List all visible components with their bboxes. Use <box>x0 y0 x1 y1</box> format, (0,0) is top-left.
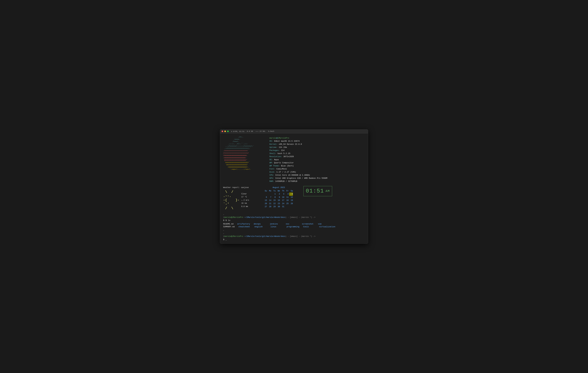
weather-section: Weather report: sanjose \ / .--. -( )- `… <box>223 186 257 210</box>
cal-today: 5 <box>289 193 293 196</box>
cal-cell: 25 <box>285 202 289 205</box>
ls-row-1: README.md artifactory devops jenkins osx… <box>223 223 365 225</box>
cal-cell: 11 <box>285 196 289 199</box>
weather-visibility: 16 km <box>241 202 249 205</box>
calendar-week-5: 27 28 29 30 31 <box>263 205 294 208</box>
cal-cell: 26 <box>289 202 293 205</box>
cal-cell: 8 <box>272 196 276 199</box>
cal-cell: 6 <box>263 196 267 199</box>
cal-header-fr: Fr <box>285 189 289 193</box>
maximize-button[interactable] <box>227 131 229 132</box>
cal-cell: 7 <box>268 196 271 199</box>
clock-section: 01:51 AM <box>304 186 332 197</box>
cal-cell: 30 <box>276 205 280 208</box>
weather-details: Clear 17 °C ↘ 2 m/s 16 km 0.0 mm <box>241 192 249 208</box>
packages-line: Packages: 214 <box>269 149 327 152</box>
cal-cell: 17 <box>281 199 284 202</box>
calendar-title: August 2023 <box>263 186 294 189</box>
cal-cell: 2 <box>276 193 280 196</box>
cal-header-th: Th <box>281 189 284 193</box>
cal-cell: 28 <box>268 205 271 208</box>
cal-cell: 13 <box>263 199 267 202</box>
cal-cell: 20 <box>263 202 267 205</box>
cal-cell: 23 <box>276 202 280 205</box>
cal-cell: 16 <box>276 199 280 202</box>
calendar-section: August 2023 Su Mo Tu We Th Fr Sa 1 2 3 <box>263 186 294 208</box>
ls-item-artifactory: artifactory <box>237 223 250 225</box>
cal-cell: 12 <box>289 196 293 199</box>
ls-item-tools: tools <box>303 225 315 228</box>
prompt-user-1: marslo@iMarsloPro <box>224 216 243 219</box>
disk-line: Disk: 1.1T / 2.1T (54%) <box>269 171 327 174</box>
cal-header-mo: Mo <box>268 189 271 193</box>
gpu-line: GPU: Intel UHD Graphics 630 / AMD Radeon… <box>269 177 327 180</box>
prompt-bracket-arrow-1: ⌐ <box>223 230 365 232</box>
os-line: OS: 64bit macOS 13.5 22G74 <box>269 140 327 143</box>
clock-ampm: AM <box>326 189 330 193</box>
weather-temp: 17 °C <box>241 196 249 198</box>
ls-item-jenkins: jenkins <box>270 223 282 225</box>
cal-cell: 31 <box>281 205 284 208</box>
cal-cell: 14 <box>268 199 271 202</box>
cal-header-tu: Tu <box>272 189 276 193</box>
shell-section-2: ⌐ (marslo@iMarsloPro ~/iMarslo/tools/git… <box>223 232 365 241</box>
cal-cell <box>268 193 271 196</box>
ls-item-summary: SUMMARY.md <box>223 225 235 228</box>
bottom-widgets: Weather report: sanjose \ / .--. -( )- `… <box>223 186 365 210</box>
weather-condition: Clear <box>241 192 249 196</box>
cal-cell: 15 <box>272 199 276 202</box>
calendar-week-4: 20 21 22 23 24 25 26 <box>263 202 294 205</box>
uptime-line: Uptime: 11h 15m <box>269 146 327 149</box>
cal-cell: 24 <box>281 202 284 205</box>
ls-item-virtualization: virtualization <box>319 225 335 228</box>
ls-item-screenshot: screenshot <box>302 223 314 225</box>
weather-wind: ↘ 2 m/s <box>241 199 249 202</box>
shell-line: Shell: bash 5.2.15 <box>269 152 327 155</box>
title-clock: ⊙ 8/05, 01:51 <box>231 131 244 132</box>
ls-item-english: english <box>254 225 267 228</box>
neofetch-section: -/+:. :++++. /+++/. .:-::. .+/:-``.::- .… <box>223 136 365 183</box>
shell-section-1: ⌐ (marslo@iMarsloPro ~/iMarslo/tools/git… <box>223 214 365 232</box>
title-kb: ——— 15 kB; <box>255 131 266 132</box>
calendar-week-3: 13 14 15 16 17 18 19 <box>263 199 294 202</box>
cal-cell <box>289 205 293 208</box>
cal-cell: 10 <box>281 196 284 199</box>
minimize-button[interactable] <box>224 131 226 132</box>
terminal-body: -/+:. :++++. /+++/. .:-::. .+/:-``.::- .… <box>220 133 368 244</box>
ls-item-cheatsheet: cheatsheet <box>238 225 251 228</box>
ls-item-vim: vim <box>318 223 330 225</box>
font-line: Font: ComicMono <box>269 167 327 171</box>
calendar-header: Su Mo Tu We Th Fr Sa <box>263 189 294 193</box>
ls-output: README.md artifactory devops jenkins osx… <box>223 223 365 228</box>
ram-line: RAM: 14398MiB / 32768MiB <box>269 180 327 183</box>
prompt-cmd-1: $ $ ls <box>223 219 365 222</box>
prompt-path-2: ~/iMarslo/tools/git/marslo/mbook/docs <box>244 235 285 238</box>
de-line: DE: Aqua <box>269 158 327 161</box>
cal-cell <box>285 205 289 208</box>
cal-cell: 29 <box>272 205 276 208</box>
prompt-bracket-1: ⌐ <box>223 214 365 216</box>
ls-item-linux: linux <box>271 225 283 228</box>
calendar-week-2: 6 7 8 9 10 11 12 <box>263 196 294 199</box>
weather-title: Weather report: sanjose <box>223 186 257 189</box>
cal-cell: 18 <box>285 199 289 202</box>
weather-precipitation: 0.0 mm <box>241 205 249 208</box>
ls-item-readme: README.md <box>223 223 234 225</box>
ls-item-osx: osx <box>286 223 298 225</box>
cal-cell: 4 <box>285 193 289 196</box>
title-shell: %-bash <box>268 131 274 132</box>
prompt-path-1: ~/iMarslo/tools/git/marslo/mbook/docs <box>244 216 285 219</box>
cal-cell: 1 <box>272 193 276 196</box>
title-memory: 0.0 kB <box>247 131 253 132</box>
terminal-window: ⊙ 8/05, 01:51 0.0 kB ——— 15 kB; %-bash -… <box>220 129 368 244</box>
ascii-art: -/+:. :++++. /+++/. .:-::. .+/:-``.::- .… <box>223 136 263 183</box>
ls-row-2: SUMMARY.md cheatsheet english linux prog… <box>223 225 365 228</box>
cal-header-sa: Sa <box>289 189 293 193</box>
prompt-bracket-2: ⌐ <box>223 232 365 235</box>
system-info: marslo@iMarsloPro OS: 64bit macOS 13.5 2… <box>269 136 327 183</box>
user-host-line: marslo@iMarsloPro <box>269 137 327 140</box>
close-button[interactable] <box>221 131 223 132</box>
cpu-line: CPU: Intel Core i9-9980HK @ 2.40GHz <box>269 174 327 177</box>
cal-cell: 22 <box>272 202 276 205</box>
cal-header-su: Su <box>263 189 267 193</box>
